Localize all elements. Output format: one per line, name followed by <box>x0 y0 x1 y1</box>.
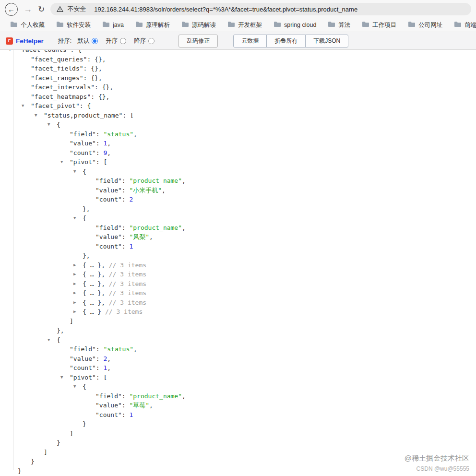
sort-label: 排序: <box>58 37 71 45</box>
bookmark-item[interactable]: java <box>98 20 128 30</box>
bookmark-item[interactable]: 开发框架 <box>223 20 266 31</box>
collapse-toggle-icon[interactable]: ▼ <box>73 382 76 392</box>
collapse-toggle-icon[interactable]: ▼ <box>60 157 63 167</box>
bookmark-label: 原理解析 <box>146 21 170 29</box>
json-line: "value": "小米手机", <box>0 186 476 195</box>
json-line: "field": "product_name", <box>0 392 476 401</box>
json-line: ▶{ … }, // 3 items <box>0 270 476 279</box>
sort-option-desc[interactable]: 降序 <box>134 37 155 45</box>
bookmark-item[interactable]: 原理解析 <box>131 20 174 31</box>
sort-option-label: 降序 <box>134 37 146 45</box>
action-button-group: 元数据 折叠所有 下载JSON <box>233 35 348 48</box>
expand-toggle-icon[interactable]: ▶ <box>73 279 76 289</box>
bookmark-item[interactable]: 算法 <box>323 20 355 31</box>
bookmark-item[interactable]: spring cloud <box>269 20 321 30</box>
folder-icon <box>274 21 281 29</box>
json-line: "count": 1, <box>0 363 476 373</box>
json-tree: ▼"facet_counts": {"facet_queries": {},"f… <box>0 50 476 476</box>
json-line: "value": 2, <box>0 354 476 364</box>
bookmark-item[interactable]: 公司网址 <box>404 20 447 31</box>
collapse-toggle-icon[interactable]: ▼ <box>22 101 24 111</box>
bookmark-label: 个人收藏 <box>21 21 45 29</box>
json-line: ▶{ … } // 3 items <box>0 307 476 317</box>
json-line: ] <box>0 429 476 439</box>
folder-icon <box>181 21 189 29</box>
fehelper-toolbar: F FeHelper 排序: 默认 升序 降序 乱码修正 元数据 折叠所有 下载… <box>0 32 476 50</box>
collapse-toggle-icon[interactable]: ▼ <box>73 167 76 177</box>
radio-icon[interactable] <box>120 38 126 44</box>
expand-toggle-icon[interactable]: ▶ <box>73 307 76 317</box>
sort-option-default[interactable]: 默认 <box>77 37 98 45</box>
folder-icon <box>328 21 335 29</box>
json-line: ▼"facet_counts": { <box>0 50 476 55</box>
json-line: "field": "status", <box>0 130 476 139</box>
radio-icon[interactable] <box>148 38 155 44</box>
json-line: }, <box>0 326 476 335</box>
json-line: "field": "product_name", <box>0 223 476 233</box>
bookmark-label: java <box>113 22 124 28</box>
json-line: "field": "status", <box>0 345 476 354</box>
bookmark-label: 算法 <box>338 21 350 29</box>
collapse-toggle-icon[interactable]: ▼ <box>9 50 11 55</box>
url-bar[interactable]: 不安全 192.168.244.41:8983/solr/orders/sele… <box>50 3 471 15</box>
watermark-csdn: CSDN @wu@55555 <box>416 465 469 472</box>
bookmark-item[interactable]: 软件安装 <box>52 20 95 31</box>
expand-toggle-icon[interactable]: ▶ <box>73 298 76 308</box>
back-button[interactable]: ← <box>5 3 18 16</box>
json-line: "value": "风梨", <box>0 232 476 242</box>
bookmark-item[interactable]: 源码解读 <box>177 20 220 31</box>
json-line: "count": 2 <box>0 195 476 204</box>
json-line: "facet_fields": {}, <box>0 64 476 73</box>
json-viewer: ▼"facet_counts": {"facet_queries": {},"f… <box>0 50 476 476</box>
omnibox-divider <box>90 6 90 12</box>
fehelper-brand: F FeHelper <box>6 37 44 45</box>
sort-option-asc[interactable]: 升序 <box>106 37 126 45</box>
bookmarks-bar: 个人收藏 软件安装 java 原理解析 源码解读 开发框架 spring clo… <box>0 18 476 32</box>
json-line: ▼"pivot": [ <box>0 373 476 382</box>
bookmark-label: 工作项目 <box>372 21 396 29</box>
bookmark-item[interactable]: 个人收藏 <box>6 20 49 31</box>
bookmark-item[interactable]: 前端 <box>450 20 476 31</box>
json-line: ▼{ <box>0 214 476 223</box>
metadata-button[interactable]: 元数据 <box>233 35 267 48</box>
folder-icon <box>10 21 18 29</box>
json-line: ▼{ <box>0 335 476 345</box>
bookmark-item[interactable]: 工作项目 <box>357 20 401 31</box>
download-json-button[interactable]: 下载JSON <box>305 35 348 48</box>
collapse-toggle-icon[interactable]: ▼ <box>48 335 50 345</box>
collapse-toggle-icon[interactable]: ▼ <box>73 214 76 223</box>
json-line: "field": "product_name", <box>0 176 476 186</box>
collapse-toggle-icon[interactable]: ▼ <box>48 120 50 130</box>
json-line: "facet_intervals": {}, <box>0 83 476 92</box>
collapse-all-button[interactable]: 折叠所有 <box>266 35 306 48</box>
folder-icon <box>362 21 369 29</box>
expand-toggle-icon[interactable]: ▶ <box>73 270 76 279</box>
json-line: ▶{ … }, // 3 items <box>0 288 476 298</box>
bookmark-label: 开发框架 <box>238 21 262 29</box>
json-line: } <box>0 466 476 476</box>
fix-encoding-button[interactable]: 乱码修正 <box>178 35 218 48</box>
json-line: "facet_heatmaps": {}, <box>0 92 476 102</box>
browser-toolbar: ← → ↻ 不安全 192.168.244.41:8983/solr/order… <box>0 0 476 18</box>
json-line: ] <box>0 317 476 326</box>
sort-option-label: 默认 <box>77 37 89 45</box>
json-line: "value": "草莓", <box>0 401 476 410</box>
json-line: "value": 1, <box>0 139 476 148</box>
json-line: ▼{ <box>0 120 476 130</box>
radio-selected-icon[interactable] <box>92 38 98 44</box>
fehelper-logo-icon: F <box>6 37 13 45</box>
expand-toggle-icon[interactable]: ▶ <box>73 261 76 270</box>
collapse-toggle-icon[interactable]: ▼ <box>60 373 63 382</box>
expand-toggle-icon[interactable]: ▶ <box>73 288 76 298</box>
json-line: "facet_ranges": {}, <box>0 73 476 83</box>
bookmark-label: 公司网址 <box>418 21 442 29</box>
bookmark-label: spring cloud <box>284 22 316 28</box>
watermark-juejin: @稀土掘金技术社区 <box>405 454 469 463</box>
sort-option-label: 升序 <box>106 37 118 45</box>
folder-icon <box>135 21 143 29</box>
json-line: } <box>0 419 476 429</box>
forward-button[interactable]: → <box>24 4 32 14</box>
refresh-button[interactable]: ↻ <box>38 4 45 14</box>
collapse-toggle-icon[interactable]: ▼ <box>35 111 37 120</box>
folder-icon <box>102 21 110 29</box>
